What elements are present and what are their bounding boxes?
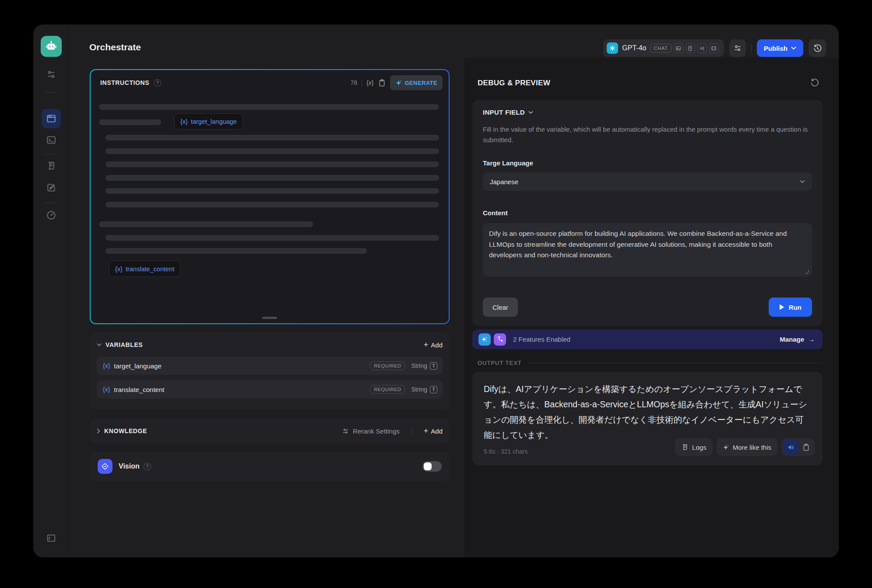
orchestrate-settings-icon[interactable] bbox=[46, 69, 56, 80]
screen: Orchestrate GPT-4o CHAT bbox=[0, 0, 872, 588]
vision-label: Vision bbox=[119, 462, 140, 470]
target-language-select[interactable]: Japanese bbox=[483, 172, 812, 191]
more-like-this-label: More like this bbox=[733, 444, 771, 451]
clear-label: Clear bbox=[492, 304, 508, 311]
copy-output-icon[interactable] bbox=[798, 440, 813, 455]
resize-corner-icon[interactable] bbox=[805, 270, 809, 274]
variable-name: target_language bbox=[191, 118, 237, 125]
variable-prefix: {x} bbox=[115, 266, 123, 273]
sidebar-divider bbox=[45, 92, 57, 93]
knowledge-title: KNOWLEDGE bbox=[104, 427, 147, 434]
insert-variable-icon[interactable]: {x} bbox=[366, 79, 373, 86]
publish-button[interactable]: Publish bbox=[757, 39, 803, 57]
variable-name: target_language bbox=[114, 362, 161, 370]
generate-button[interactable]: GENERATE bbox=[390, 75, 443, 90]
manage-features-button[interactable]: Manage → bbox=[780, 336, 815, 343]
required-badge: REQUIRED bbox=[370, 385, 405, 394]
prompt-placeholder-line bbox=[105, 148, 439, 154]
sidebar bbox=[33, 24, 69, 557]
variable-type: String bbox=[411, 386, 427, 393]
vision-capability-icon bbox=[674, 43, 683, 53]
input-field-header[interactable]: INPUT FIELD bbox=[483, 108, 533, 116]
prompt-placeholder-line bbox=[105, 202, 439, 207]
variable-prefix: {x} bbox=[103, 386, 110, 393]
char-count: 78 bbox=[351, 79, 358, 86]
variable-prefix: {x} bbox=[103, 362, 110, 369]
variable-row-target-language[interactable]: {x} target_language REQUIRED String T bbox=[97, 357, 443, 375]
variables-section: VARIABLES + Add {x} target_language REQU… bbox=[90, 332, 450, 410]
sparkle-icon bbox=[395, 80, 402, 86]
output-stats: 5.6s · 321 chars bbox=[484, 448, 527, 455]
publish-label: Publish bbox=[764, 45, 788, 52]
prompt-placeholder-line bbox=[99, 119, 161, 125]
debug-preview-panel: DEBUG & PREVIEW INPUT FIELD Fill in the … bbox=[465, 58, 839, 557]
prompt-placeholder-line bbox=[99, 221, 313, 227]
version-history-button[interactable] bbox=[809, 39, 826, 57]
app-logo[interactable] bbox=[41, 36, 62, 57]
add-knowledge-button[interactable]: + Add bbox=[424, 427, 443, 435]
add-variable-button[interactable]: + Add bbox=[424, 341, 443, 349]
variable-row-translate-content[interactable]: {x} translate_content REQUIRED String T bbox=[97, 380, 443, 399]
plus-icon: + bbox=[424, 427, 429, 435]
content-label: Content bbox=[483, 209, 508, 217]
prompt-placeholder-line bbox=[99, 104, 439, 110]
play-icon bbox=[779, 304, 784, 310]
output-text: Difyは、AIアプリケーションを構築するためのオープンソースプラットフォームで… bbox=[484, 382, 811, 443]
window-app-icon bbox=[46, 113, 56, 124]
features-banner: 2 Features Enabled Manage → bbox=[472, 329, 823, 349]
more-like-this-feature-icon bbox=[478, 333, 491, 346]
content-textarea[interactable]: Dify is an open-source platform for buil… bbox=[483, 223, 812, 276]
more-like-this-button[interactable]: More like this bbox=[717, 438, 777, 456]
instructions-panel: INSTRUCTIONS ? 78 {x} GENERATE bbox=[90, 69, 450, 324]
prompt-placeholder-line bbox=[105, 188, 439, 194]
openai-icon bbox=[607, 42, 618, 54]
string-type-icon[interactable]: T bbox=[430, 362, 437, 370]
sidebar-item-logs[interactable] bbox=[46, 161, 56, 171]
speaker-icon[interactable] bbox=[783, 440, 798, 455]
refresh-icon[interactable] bbox=[809, 78, 819, 88]
audio-capability-icon bbox=[697, 43, 707, 53]
prompt-placeholder-line bbox=[105, 135, 439, 140]
debug-preview-title: DEBUG & PREVIEW bbox=[478, 79, 550, 88]
audio-actions-group bbox=[781, 438, 815, 456]
variable-name: translate_content bbox=[126, 266, 174, 273]
model-parameters-button[interactable] bbox=[729, 39, 746, 57]
help-icon[interactable]: ? bbox=[154, 79, 161, 87]
sidebar-item-orchestrate-active[interactable] bbox=[42, 109, 61, 128]
collapse-sidebar-icon[interactable] bbox=[46, 533, 56, 543]
required-badge: REQUIRED bbox=[370, 361, 405, 370]
prompt-placeholder-line bbox=[105, 248, 367, 254]
prompt-placeholder-line bbox=[105, 175, 439, 181]
target-language-label: Targe Language bbox=[483, 159, 533, 167]
chevron-right-icon[interactable] bbox=[97, 428, 100, 434]
vision-toggle[interactable] bbox=[422, 461, 442, 472]
document-capability-icon bbox=[686, 43, 695, 53]
topbar-actions: GPT-4o CHAT bbox=[603, 39, 826, 57]
variable-type: String bbox=[411, 362, 427, 369]
output-text-label: OUTPUT TEXT bbox=[478, 360, 522, 366]
prompt-variable-chip-target-language[interactable]: {x} target_language bbox=[174, 113, 243, 130]
help-icon[interactable]: ? bbox=[144, 463, 151, 470]
clear-button[interactable]: Clear bbox=[483, 298, 518, 317]
rerank-settings-button[interactable]: Rerank Settings bbox=[342, 427, 400, 435]
prompt-variable-chip-translate-content[interactable]: {x} translate_content bbox=[109, 261, 180, 277]
model-name: GPT-4o bbox=[622, 44, 646, 52]
output-divider bbox=[528, 363, 822, 363]
add-label: Add bbox=[431, 427, 443, 435]
features-enabled-text: 2 Features Enabled bbox=[513, 336, 570, 343]
sidebar-item-annotation[interactable] bbox=[46, 182, 56, 193]
plus-icon: + bbox=[424, 341, 429, 349]
copy-icon[interactable] bbox=[378, 79, 386, 87]
rerank-settings-icon bbox=[342, 427, 349, 435]
sidebar-item-terminal[interactable] bbox=[46, 135, 56, 145]
resize-handle[interactable] bbox=[262, 317, 277, 319]
run-button[interactable]: Run bbox=[769, 298, 812, 317]
sidebar-item-monitoring[interactable] bbox=[46, 210, 56, 220]
logs-button[interactable]: Logs bbox=[675, 438, 713, 456]
model-selector[interactable]: GPT-4o CHAT bbox=[603, 39, 724, 57]
string-type-icon[interactable]: T bbox=[430, 386, 437, 393]
sparkle-icon bbox=[723, 444, 729, 451]
chevron-down-icon bbox=[791, 46, 796, 50]
robot-icon bbox=[45, 40, 58, 53]
chevron-down-icon[interactable] bbox=[97, 343, 102, 346]
